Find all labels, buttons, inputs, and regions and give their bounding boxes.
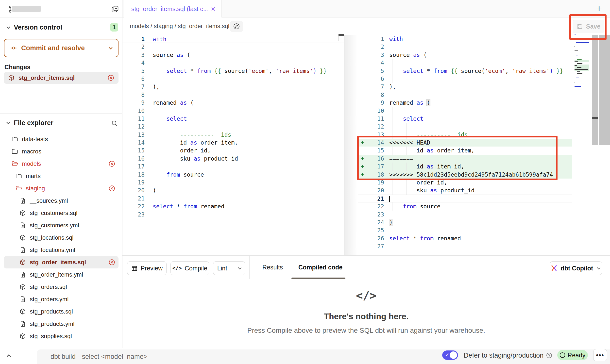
compile-button[interactable]: </> Compile — [170, 261, 209, 275]
file-explorer-collapse-icon[interactable] — [5, 120, 11, 126]
editor-pane-right[interactable]: 1with23source as (45 select * from {{ so… — [358, 35, 572, 255]
code-line-20[interactable]: 20 sku as product_id — [358, 186, 572, 194]
more-options-button[interactable]: ••• — [593, 349, 607, 361]
code-line-12[interactable]: 12 — [358, 123, 572, 131]
code-line-23[interactable]: 23 — [122, 211, 344, 218]
code-line-2[interactable]: 2 — [122, 43, 344, 51]
code-line-27[interactable]: 27 — [358, 242, 572, 250]
code-line-9[interactable]: 9renamed as ( — [122, 99, 344, 107]
minimap[interactable] — [575, 33, 589, 90]
code-line-14[interactable]: +14<<<<<<< HEAD — [358, 139, 572, 147]
code-line-12[interactable]: 12 — [122, 123, 344, 131]
code-line-18[interactable]: 18 from source — [122, 171, 344, 179]
file-item-stg-order-items-yml[interactable]: stg_order_items.yml — [0, 268, 122, 281]
code-line-11[interactable]: 11 select — [358, 115, 572, 123]
code-line-16[interactable]: 16 sku as product_id — [122, 155, 344, 163]
code-line-25[interactable]: 25 — [358, 226, 572, 234]
code-line-9[interactable]: 9renamed as ( — [358, 99, 572, 107]
tab-compiled-code[interactable]: Compiled code — [298, 256, 342, 279]
editor-scrollbar[interactable] — [599, 35, 610, 145]
code-line-1[interactable]: 1with — [358, 35, 572, 43]
code-line-11[interactable]: 11 select — [122, 115, 344, 123]
copy-icon[interactable] — [111, 5, 119, 13]
code-line-4[interactable]: 4 — [358, 59, 572, 67]
file-item-stg-locations-sql[interactable]: stg_locations.sql — [0, 232, 122, 244]
code-line-8[interactable]: 8 — [122, 91, 344, 99]
code-line-10[interactable]: 10 — [122, 107, 344, 115]
code-line-16[interactable]: +16======= — [358, 155, 572, 163]
code-line-24[interactable]: 24) — [358, 218, 572, 226]
lint-dropdown-button[interactable] — [234, 262, 245, 275]
file-item-stg-orders-sql[interactable]: stg_orders.sql — [0, 281, 122, 293]
code-line-15[interactable]: 15 id as order_item, — [358, 147, 572, 154]
code-line-5[interactable]: 5 select * from {{ source('ecom', 'raw_i… — [358, 67, 572, 75]
left-pane-scrollbar-thumb[interactable] — [339, 34, 344, 36]
overview-scrollbar[interactable] — [592, 35, 598, 145]
code-line-1[interactable]: 1with — [122, 35, 344, 43]
help-icon[interactable] — [546, 352, 553, 359]
code-line-22[interactable]: 22 from source — [358, 202, 572, 210]
new-tab-icon[interactable]: + — [596, 3, 602, 15]
file-item-stg-products-sql[interactable]: stg_products.sql — [0, 305, 122, 318]
commit-and-resolve-button[interactable]: Commit and resolve — [4, 39, 119, 57]
code-line-13[interactable]: 13 ---------- ids — [122, 131, 344, 139]
commit-and-resolve-main[interactable]: Commit and resolve — [4, 44, 103, 52]
code-line-14[interactable]: 14 id as order_item, — [122, 139, 344, 147]
code-line-20[interactable]: 20) — [122, 186, 344, 194]
code-line-21[interactable]: 21 — [358, 195, 572, 202]
code-line-2[interactable]: 2 — [358, 43, 572, 51]
code-line-19[interactable]: 19 order_id, — [358, 179, 572, 186]
file-item-stg-orders-yml[interactable]: stg_orders.yml — [0, 293, 122, 305]
code-line-17[interactable]: 17 — [122, 163, 344, 170]
code-line-6[interactable]: 6 — [358, 75, 572, 83]
file-item-stg-customers-sql[interactable]: stg_customers.sql — [0, 207, 122, 219]
code-line-3[interactable]: 3source as ( — [122, 51, 344, 59]
preview-button[interactable]: Preview — [127, 261, 167, 275]
lint-button[interactable]: Lint — [213, 261, 245, 275]
defer-toggle[interactable]: ✓ — [442, 350, 458, 360]
code-line-23[interactable]: 23 — [358, 211, 572, 218]
code-line-19[interactable]: 19 — [122, 179, 344, 186]
tab-close-icon[interactable]: × — [211, 5, 216, 13]
file-item--sources-yml[interactable]: __sources.yml — [0, 195, 122, 207]
code-line-3[interactable]: 3source as ( — [358, 51, 572, 59]
code-line-8[interactable]: 8 — [358, 91, 572, 99]
discard-change-icon[interactable] — [108, 185, 116, 192]
save-button[interactable]: Save — [573, 20, 604, 33]
code-line-22[interactable]: 22select * from renamed — [122, 202, 344, 210]
overview-scrollbar-thumb[interactable] — [592, 117, 598, 119]
discard-change-icon[interactable] — [108, 160, 116, 167]
code-line-17[interactable]: +17 id as item_id, — [358, 163, 572, 170]
file-item-stg-locations-yml[interactable]: stg_locations.yml — [0, 244, 122, 256]
file-item-models[interactable]: models — [0, 158, 122, 170]
expand-command-bar-icon[interactable] — [5, 352, 12, 359]
file-item-data-tests[interactable]: data-tests — [0, 133, 122, 145]
dbt-copilot-button[interactable]: dbt Copilot — [550, 261, 602, 275]
file-item-marts[interactable]: marts — [0, 170, 122, 182]
code-line-7[interactable]: 7), — [358, 83, 572, 91]
code-line-26[interactable]: 26select * from renamed — [358, 234, 572, 242]
code-line-5[interactable]: 5 select * from {{ source('ecom', 'raw_i… — [122, 67, 344, 75]
code-line-13[interactable]: 13 ---------- ids — [358, 131, 572, 139]
editor-pane-left[interactable]: 1with23source as (45 select * from {{ so… — [122, 35, 344, 255]
tab-results[interactable]: Results — [262, 256, 283, 279]
code-line-15[interactable]: 15 order_id, — [122, 147, 344, 154]
search-icon[interactable] — [111, 120, 118, 127]
code-line-18[interactable]: +18>>>>>>> 58c1dd23d5eebd9cd2495fa7124ab… — [358, 171, 572, 179]
file-item-stg-order-items-sql[interactable]: stg_order_items.sql — [4, 256, 119, 268]
version-control-collapse-icon[interactable] — [5, 24, 11, 30]
file-item-staging[interactable]: staging — [0, 182, 122, 195]
code-line-7[interactable]: 7), — [122, 83, 344, 91]
file-item-stg-customers-yml[interactable]: stg_customers.yml — [0, 219, 122, 232]
file-item-stg-supplies-sql[interactable]: stg_supplies.sql — [0, 330, 122, 342]
code-line-10[interactable]: 10 — [358, 107, 572, 115]
changed-file-item[interactable]: stg_order_items.sql — [4, 72, 119, 84]
code-line-21[interactable]: 21 — [122, 195, 344, 202]
code-line-6[interactable]: 6 — [122, 75, 344, 83]
file-item-stg-products-yml[interactable]: stg_products.yml — [0, 318, 122, 330]
discard-change-icon[interactable] — [108, 259, 116, 266]
discard-change-icon[interactable] — [107, 74, 115, 82]
file-item-macros[interactable]: macros — [0, 145, 122, 158]
tab-stg-order-items[interactable]: stg_order_items.sql (last c... × — [124, 0, 222, 18]
lint-label[interactable]: Lint — [213, 265, 231, 272]
